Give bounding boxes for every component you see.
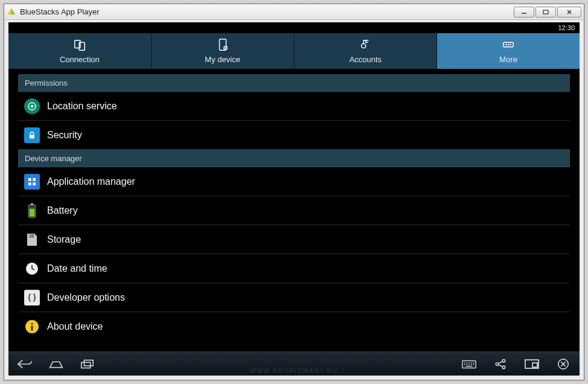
row-about-device[interactable]: About device [18,312,570,341]
svg-rect-28 [31,325,33,331]
minimize-button[interactable] [514,7,534,18]
row-label: Storage [47,234,81,245]
tab-label: My device [205,55,240,64]
row-battery[interactable]: Battery [18,196,570,225]
svg-rect-15 [30,135,34,138]
maximize-button[interactable] [535,7,556,18]
settings-list: Permissions Location service Security De… [18,74,570,341]
braces-icon [24,290,40,306]
window-title: BlueStacks App Player [20,7,514,16]
title-bar: BlueStacks App Player [4,4,584,20]
row-label: Battery [47,205,78,216]
svg-rect-17 [33,178,36,181]
svg-rect-1 [543,10,548,14]
svg-rect-16 [28,178,31,181]
row-security[interactable]: Security [18,121,570,150]
tab-connection[interactable]: Connection [8,33,152,69]
content-area: Permissions Location service Security De… [8,69,580,351]
recent-button[interactable] [80,358,95,370]
window-buttons [514,7,581,18]
row-label: Date and time [47,263,107,274]
tab-more[interactable]: More [437,33,580,69]
row-storage[interactable]: Storage [18,225,570,254]
connection-icon [73,38,86,53]
app-window: BlueStacks App Player 12:30 Connection M… [4,4,584,380]
storage-icon [24,232,40,248]
more-icon [502,38,515,53]
svg-point-27 [31,322,33,324]
row-label: Application manager [47,176,135,187]
row-location-service[interactable]: Location service [18,92,570,121]
row-developer-options[interactable]: Developer options [18,283,570,312]
nav-bar [8,351,580,376]
tab-my-device[interactable]: My device [152,33,295,69]
app-body: 12:30 Connection My device Accounts [8,22,580,376]
keyboard-button[interactable] [461,358,477,370]
row-label: Developer options [47,292,125,303]
tab-accounts[interactable]: Accounts [295,33,438,69]
exit-button[interactable] [555,358,571,370]
svg-rect-22 [30,208,35,216]
svg-rect-49 [532,363,537,367]
apps-icon [24,174,40,190]
svg-rect-19 [33,182,36,185]
device-icon [216,38,229,53]
tab-label: Connection [60,55,100,64]
row-label: About device [47,321,103,332]
accounts-icon [359,38,372,53]
back-button[interactable] [17,358,33,370]
row-application-manager[interactable]: Application manager [18,167,570,196]
section-header-permissions: Permissions [18,74,570,92]
row-label: Location service [47,101,117,112]
row-date-and-time[interactable]: Date and time [18,254,570,283]
location-icon [24,98,40,114]
tab-label: More [499,55,517,64]
section-header-device-manager: Device manager [18,150,570,167]
svg-line-46 [498,361,502,363]
tab-label: Accounts [350,55,382,64]
svg-point-13 [31,104,34,107]
clock-icon [24,261,40,277]
app-icon [7,7,16,17]
svg-rect-24 [33,235,34,237]
home-button[interactable] [48,358,64,370]
share-button[interactable] [493,358,508,370]
fullscreen-button[interactable] [524,358,540,370]
battery-icon [24,203,40,219]
svg-point-8 [362,43,366,48]
svg-rect-18 [28,182,31,185]
svg-rect-30 [84,360,93,365]
svg-point-10 [505,44,507,45]
status-bar: 12:30 [8,22,580,33]
svg-point-12 [510,44,511,45]
svg-rect-29 [81,362,91,368]
info-icon [24,319,40,334]
svg-line-47 [498,364,502,366]
lock-icon [24,127,40,143]
close-button[interactable] [557,7,581,18]
status-time: 12:30 [558,24,575,31]
tab-bar: Connection My device Accounts More [8,33,580,69]
svg-point-11 [508,44,509,45]
row-label: Security [47,130,82,141]
